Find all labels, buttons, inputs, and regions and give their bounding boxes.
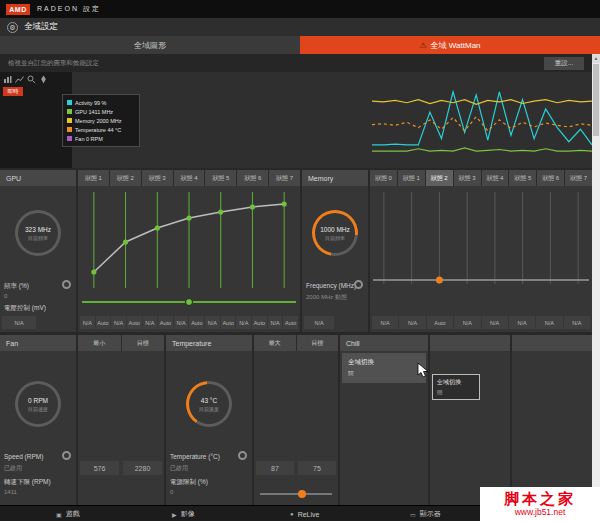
taskbar-item-video[interactable]: ▶影像 bbox=[172, 506, 195, 521]
gpu-state-tab-1[interactable]: 狀態 2 bbox=[110, 170, 141, 186]
taskbar-label-gaming: 遊戲 bbox=[66, 509, 80, 519]
memory-state-tab-6[interactable]: 狀態 6 bbox=[537, 170, 564, 186]
fan-speed-toggle[interactable] bbox=[62, 451, 71, 460]
memory-state-tab-4[interactable]: 狀態 4 bbox=[482, 170, 509, 186]
page-title: 全域設定 bbox=[24, 21, 58, 33]
chill-panel: Chill 全域切換 關 bbox=[340, 335, 428, 505]
gpu-state-tab-3[interactable]: 狀態 4 bbox=[174, 170, 205, 186]
memory-state-value-7[interactable]: N/A bbox=[564, 316, 590, 329]
temperature-slider-handle[interactable] bbox=[298, 490, 306, 498]
gpu-state-tab-0[interactable]: 狀態 1 bbox=[78, 170, 109, 186]
memory-state-tab-5[interactable]: 狀態 5 bbox=[509, 170, 536, 186]
gpu-slider-handle[interactable] bbox=[185, 298, 193, 306]
gear-icon[interactable]: ⚙ bbox=[7, 22, 18, 33]
gpu-state-value-0[interactable]: N/A bbox=[80, 316, 95, 329]
gpu-state-value-10[interactable]: N/A bbox=[236, 316, 251, 329]
histogram-icon[interactable] bbox=[3, 75, 12, 84]
memory-state-tab-2[interactable]: 狀態 2 bbox=[426, 170, 453, 186]
gpu-state-value-8[interactable]: N/A bbox=[205, 316, 220, 329]
temperature-column-header-0[interactable]: 最大 bbox=[254, 335, 296, 351]
memory-state-value-0[interactable]: N/A bbox=[372, 316, 398, 329]
reset-button[interactable]: 重設... bbox=[544, 57, 584, 70]
legend-label: Fan 0 RPM bbox=[75, 136, 103, 142]
gpu-state-handle-4[interactable] bbox=[218, 209, 223, 214]
memory-state-value-3[interactable]: N/A bbox=[454, 316, 480, 329]
memory-state-tab-7[interactable]: 狀態 7 bbox=[565, 170, 592, 186]
memory-voltage-value-box[interactable]: N/A bbox=[304, 316, 334, 329]
memory-state-value-6[interactable]: N/A bbox=[536, 316, 562, 329]
gpu-state-value-9[interactable]: Auto bbox=[221, 316, 236, 329]
temperature-column-header-1[interactable]: 目標 bbox=[297, 335, 339, 351]
memory-slider-handle[interactable] bbox=[436, 277, 443, 284]
temperature-value-box-0[interactable]: 87 bbox=[256, 461, 294, 475]
gpu-state-handle-0[interactable] bbox=[91, 269, 96, 274]
gpu-state-handle-2[interactable] bbox=[155, 225, 160, 230]
pin-icon[interactable] bbox=[39, 75, 48, 84]
fan-column-header-1[interactable]: 目標 bbox=[122, 335, 165, 351]
legend-item: GPU 1411 MHz bbox=[67, 107, 135, 116]
gpu-state-value-1[interactable]: Auto bbox=[96, 316, 111, 329]
taskbar-item-display[interactable]: ▭顯示器 bbox=[410, 506, 441, 521]
memory-state-tab-1[interactable]: 狀態 1 bbox=[398, 170, 425, 186]
legend-swatch bbox=[67, 118, 72, 123]
fan-value-box-1[interactable]: 2280 bbox=[123, 461, 162, 475]
memory-state-value-2[interactable]: Auto bbox=[427, 316, 453, 329]
temperature-value-box-1[interactable]: 75 bbox=[298, 461, 336, 475]
gaming-icon: ▣ bbox=[56, 511, 62, 518]
memory-state-value-1[interactable]: N/A bbox=[399, 316, 425, 329]
gpu-frequency-toggle[interactable] bbox=[62, 280, 71, 289]
temperature-slider-track[interactable] bbox=[260, 493, 332, 495]
legend-item: Memory 2000 MHz bbox=[67, 116, 135, 125]
gpu-voltage-value-box[interactable]: N/A bbox=[2, 316, 36, 329]
search-icon[interactable] bbox=[27, 75, 36, 84]
line-chart-icon[interactable] bbox=[15, 75, 24, 84]
gpu-state-value-4[interactable]: N/A bbox=[143, 316, 158, 329]
vertical-scrollbar[interactable]: ▲ ▼ bbox=[592, 54, 600, 505]
tab-global-wattman[interactable]: ⚠ 全域 WattMan bbox=[300, 36, 600, 54]
memory-state-value-4[interactable]: N/A bbox=[482, 316, 508, 329]
temperature-gauge: 43 °C 目前溫度 bbox=[186, 381, 232, 427]
empty-panel-1-header bbox=[430, 335, 510, 351]
memory-panel-title: Memory bbox=[302, 170, 368, 186]
gpu-state-handle-6[interactable] bbox=[282, 201, 287, 206]
gpu-state-value-6[interactable]: N/A bbox=[174, 316, 189, 329]
temperature-toggle[interactable] bbox=[238, 451, 247, 460]
gpu-state-value-3[interactable]: Auto bbox=[127, 316, 142, 329]
gpu-state-value-13[interactable]: Auto bbox=[283, 316, 298, 329]
gpu-state-handle-5[interactable] bbox=[250, 204, 255, 209]
gpu-state-handle-1[interactable] bbox=[123, 239, 128, 244]
fan-speed-label: Speed (RPM) bbox=[4, 453, 43, 460]
memory-frequency-label: Frequency (MHz) bbox=[306, 282, 356, 289]
gpu-state-value-2[interactable]: N/A bbox=[111, 316, 126, 329]
taskbar-item-relive[interactable]: ●ReLive bbox=[290, 506, 319, 521]
tab-global-graphics[interactable]: 全域圖形 bbox=[0, 36, 300, 54]
gpu-state-value-12[interactable]: N/A bbox=[268, 316, 283, 329]
gpu-state-value-7[interactable]: Auto bbox=[189, 316, 204, 329]
fan-min-value: 1411 bbox=[4, 489, 17, 495]
gpu-state-value-11[interactable]: Auto bbox=[252, 316, 267, 329]
gpu-state-value-5[interactable]: Auto bbox=[158, 316, 173, 329]
memory-state-value-5[interactable]: N/A bbox=[509, 316, 535, 329]
scroll-up-arrow[interactable]: ▲ bbox=[592, 54, 600, 63]
live-range-badge[interactable]: 即時 bbox=[3, 87, 23, 96]
chill-global-toggle[interactable]: 全域切換 關 bbox=[342, 353, 426, 383]
gpu-state-handle-3[interactable] bbox=[186, 215, 191, 220]
fan-speed-state: 已啟用 bbox=[4, 464, 22, 473]
fan-value-box-0[interactable]: 576 bbox=[80, 461, 119, 475]
fan-column-header-0[interactable]: 最小 bbox=[78, 335, 121, 351]
legend-swatch bbox=[67, 109, 72, 114]
monitor-series-activity bbox=[372, 92, 592, 145]
gpu-state-tab-4[interactable]: 狀態 5 bbox=[205, 170, 236, 186]
memory-gauge-value: 1000 MHz bbox=[320, 226, 350, 233]
memory-state-tab-3[interactable]: 狀態 3 bbox=[454, 170, 481, 186]
memory-states-panel: 狀態 0狀態 1狀態 2狀態 3狀態 4狀態 5狀態 6狀態 7 N/AN/AA… bbox=[370, 170, 592, 332]
memory-frequency-toggle[interactable] bbox=[354, 280, 363, 289]
scrollbar-thumb[interactable] bbox=[593, 64, 599, 136]
titlebar: AMD RADEON 設定 bbox=[0, 0, 600, 18]
memory-state-tab-0[interactable]: 狀態 0 bbox=[370, 170, 397, 186]
taskbar-item-gaming[interactable]: ▣遊戲 bbox=[56, 506, 80, 521]
gpu-state-tab-5[interactable]: 狀態 6 bbox=[237, 170, 268, 186]
gpu-state-tab-6[interactable]: 狀態 7 bbox=[269, 170, 300, 186]
gpu-state-tab-2[interactable]: 狀態 3 bbox=[142, 170, 173, 186]
app-title: RADEON 設定 bbox=[37, 4, 101, 14]
